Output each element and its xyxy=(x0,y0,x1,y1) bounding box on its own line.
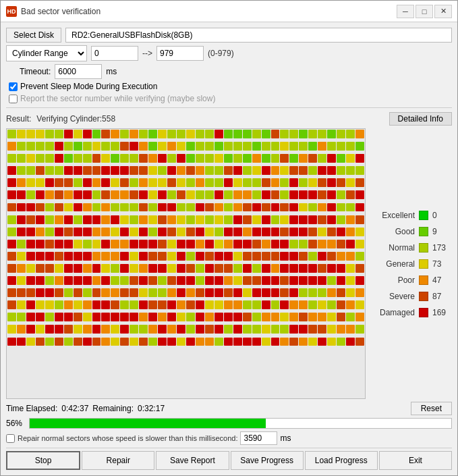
stop-button[interactable]: Stop xyxy=(6,451,80,470)
grid-cell xyxy=(139,228,148,236)
grid-cell xyxy=(205,166,214,175)
prevent-sleep-checkbox[interactable] xyxy=(9,82,18,91)
grid-cell xyxy=(7,374,16,383)
grid-cell xyxy=(177,288,185,297)
prevent-sleep-label: Prevent Sleep Mode During Execution xyxy=(20,82,157,91)
exit-button[interactable]: Exit xyxy=(379,451,452,470)
legend-item: Damaged 169 xyxy=(374,308,449,317)
grid-cell xyxy=(196,228,204,236)
grid-cell xyxy=(158,178,167,187)
grid-cell xyxy=(101,166,110,175)
grid-cell xyxy=(130,325,138,334)
grid-cell xyxy=(120,313,129,321)
grid-cell xyxy=(92,276,101,285)
grid-cell xyxy=(120,228,129,236)
elapsed-label: Time Elapsed: xyxy=(6,404,57,413)
grid-cell xyxy=(83,386,92,395)
timeout-unit: ms xyxy=(106,67,117,76)
grid-cell xyxy=(262,178,270,187)
grid-cell xyxy=(111,240,119,248)
grid-cell xyxy=(214,288,223,297)
grid-cell xyxy=(7,276,16,285)
grid-cell xyxy=(158,215,167,224)
grid-cell xyxy=(289,362,298,371)
grid-cell xyxy=(26,178,35,187)
grid-cell xyxy=(167,264,176,273)
grid-cell xyxy=(271,130,280,138)
grid-cell xyxy=(186,338,195,346)
grid-cell xyxy=(327,338,336,346)
grid-cell xyxy=(299,264,308,273)
detailed-info-button[interactable]: Detailed Info xyxy=(389,112,452,126)
repair-checkbox[interactable] xyxy=(6,434,15,443)
grid-cell xyxy=(186,325,195,334)
grid-cell xyxy=(337,166,345,175)
grid-cell xyxy=(308,252,317,261)
grid-cell xyxy=(289,154,298,163)
main-window: HD Bad sector verification ─ □ ✕ Select … xyxy=(0,0,458,476)
grid-cell xyxy=(64,252,73,261)
grid-cell xyxy=(139,325,148,334)
grid-cell xyxy=(177,300,185,309)
grid-cell xyxy=(214,325,223,334)
grid-cell xyxy=(196,300,204,309)
grid-cell xyxy=(167,276,176,285)
grid-cell xyxy=(111,386,119,395)
grid-cell xyxy=(120,240,129,248)
grid-cell xyxy=(158,313,167,321)
grid-cell xyxy=(252,228,261,236)
grid-cell xyxy=(271,362,280,371)
maximize-button[interactable]: □ xyxy=(416,5,433,18)
save-progress-button[interactable]: Save Progress xyxy=(231,451,304,470)
grid-cell xyxy=(55,338,63,346)
grid-cell xyxy=(101,178,110,187)
load-progress-button[interactable]: Load Progress xyxy=(305,451,378,470)
grid-cell xyxy=(7,338,16,346)
grid-cell xyxy=(355,325,364,334)
grid-cell xyxy=(92,313,101,321)
grid-cell xyxy=(318,178,326,187)
grid-cell xyxy=(167,362,176,371)
grid-cell xyxy=(130,264,138,273)
minimize-button[interactable]: ─ xyxy=(397,5,414,18)
select-disk-button[interactable]: Select Disk xyxy=(6,28,61,43)
timeout-input[interactable] xyxy=(55,64,102,79)
save-report-button[interactable]: Save Report xyxy=(156,451,229,470)
legend-item: Excellent 0 xyxy=(374,211,449,220)
elapsed-value: 0:42:37 xyxy=(61,404,88,413)
grid-cell xyxy=(262,374,270,383)
report-sector-checkbox[interactable] xyxy=(9,95,18,103)
grid-cell xyxy=(55,288,63,297)
grid-cell xyxy=(233,215,242,224)
grid-cell xyxy=(83,338,92,346)
reset-button[interactable]: Reset xyxy=(411,402,452,415)
grid-cell xyxy=(233,313,242,321)
close-button[interactable]: ✕ xyxy=(434,5,452,18)
grid-cell xyxy=(17,362,26,371)
grid-cell xyxy=(148,325,157,334)
range-start-input[interactable] xyxy=(91,46,138,61)
grid-cell xyxy=(7,252,16,261)
repair-button[interactable]: Repair xyxy=(82,451,154,470)
grid-cell xyxy=(196,264,204,273)
repair-input[interactable] xyxy=(240,431,277,445)
grid-cell xyxy=(252,362,261,371)
grid-cell xyxy=(186,228,195,236)
grid-cell xyxy=(130,288,138,297)
grid-cell xyxy=(177,338,185,346)
grid-cell xyxy=(205,362,214,371)
grid-cell xyxy=(83,276,92,285)
grid-cell xyxy=(36,215,45,224)
grid-cell xyxy=(243,190,252,199)
range-end-input[interactable] xyxy=(156,46,204,61)
grid-cell xyxy=(196,288,204,297)
grid-cell xyxy=(346,362,355,371)
grid-cell xyxy=(252,300,261,309)
grid-cell xyxy=(148,276,157,285)
grid-cell xyxy=(101,252,110,261)
grid-cell xyxy=(101,190,110,199)
grid-cell xyxy=(120,386,129,395)
grid-cell xyxy=(355,142,364,151)
grid-cell xyxy=(111,130,119,138)
range-dropdown[interactable]: Cylinder Range xyxy=(6,45,87,61)
